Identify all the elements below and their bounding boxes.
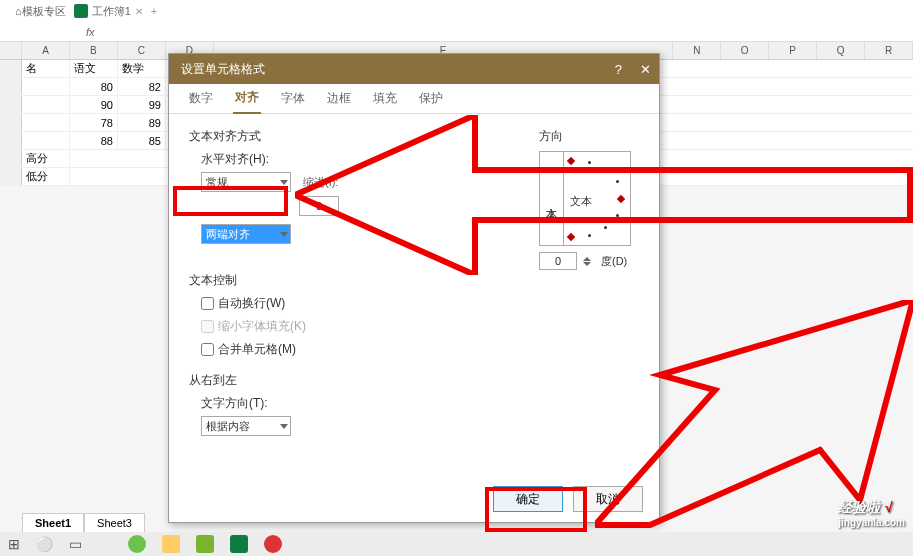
merge-checkbox[interactable] bbox=[201, 343, 214, 356]
sheet-tabs: Sheet1 Sheet3 bbox=[22, 513, 145, 532]
text-dir-label: 文字方向(T): bbox=[201, 395, 639, 412]
cancel-button[interactable]: 取消 bbox=[573, 486, 643, 512]
watermark: 经验啦 √ jingyanla.com bbox=[838, 499, 905, 528]
task-view-icon[interactable]: ▭ bbox=[69, 536, 82, 552]
check-icon: √ bbox=[884, 499, 892, 515]
orientation-vertical: 文本 bbox=[540, 152, 564, 245]
shrink-checkbox bbox=[201, 320, 214, 333]
template-tab[interactable]: ⌂ 模板专区 bbox=[15, 4, 66, 19]
formula-bar: fx bbox=[0, 22, 913, 42]
template-tab-label: 模板专区 bbox=[22, 4, 66, 19]
col-r[interactable]: R bbox=[865, 42, 913, 59]
wechat-icon[interactable] bbox=[196, 535, 214, 553]
col-b[interactable]: B bbox=[70, 42, 118, 59]
tab-border[interactable]: 边框 bbox=[325, 84, 353, 113]
tab-number[interactable]: 数字 bbox=[187, 84, 215, 113]
merge-checkbox-row: 合并单元格(M) bbox=[201, 341, 639, 358]
col-n[interactable]: N bbox=[673, 42, 721, 59]
col-c[interactable]: C bbox=[118, 42, 166, 59]
taskbar: ⊞ ⚪ ▭ bbox=[0, 532, 913, 556]
tab-protection[interactable]: 保护 bbox=[417, 84, 445, 113]
tab-fill[interactable]: 填充 bbox=[371, 84, 399, 113]
edge-icon[interactable] bbox=[128, 535, 146, 553]
indent-spinner[interactable]: 0 bbox=[299, 196, 339, 216]
degree-input[interactable]: 0 bbox=[539, 252, 577, 270]
dialog-body: 文本对齐方式 水平对齐(H): 常规 缩进(I): 垂直对齐(V): 0 两端对… bbox=[169, 114, 659, 482]
dialog-tabs: 数字 对齐 字体 边框 填充 保护 bbox=[169, 84, 659, 114]
degree-label: 度(D) bbox=[601, 254, 627, 269]
watermark-site: jingyanla.com bbox=[838, 517, 905, 528]
sheet-tab-1[interactable]: Sheet1 bbox=[22, 513, 84, 532]
merge-label: 合并单元格(M) bbox=[218, 341, 296, 358]
text-dir-combo[interactable]: 根据内容 bbox=[201, 416, 291, 436]
tab-alignment[interactable]: 对齐 bbox=[233, 83, 261, 114]
col-p[interactable]: P bbox=[769, 42, 817, 59]
header-name[interactable]: 名 bbox=[22, 60, 70, 77]
workbook-tab[interactable]: 工作簿1 ✕ bbox=[74, 4, 143, 19]
select-all[interactable] bbox=[0, 42, 22, 59]
workbook-tab-label: 工作簿1 bbox=[92, 4, 131, 19]
header-chinese[interactable]: 语文 bbox=[70, 60, 118, 77]
add-tab-icon[interactable]: + bbox=[151, 5, 157, 17]
header-math[interactable]: 数学 bbox=[118, 60, 166, 77]
v-align-combo[interactable]: 两端对齐 bbox=[201, 224, 291, 244]
col-a[interactable]: A bbox=[22, 42, 70, 59]
netease-icon[interactable] bbox=[264, 535, 282, 553]
excel-taskbar-icon[interactable] bbox=[230, 535, 248, 553]
document-tabs: ⌂ 模板专区 工作簿1 ✕ + bbox=[0, 0, 913, 22]
shrink-checkbox-row: 缩小字体填充(K) bbox=[201, 318, 639, 335]
ok-button[interactable]: 确定 bbox=[493, 486, 563, 512]
orientation-label: 方向 bbox=[539, 128, 631, 145]
h-align-combo[interactable]: 常规 bbox=[201, 172, 291, 192]
text-control-label: 文本控制 bbox=[189, 272, 639, 289]
help-icon[interactable]: ? bbox=[615, 62, 622, 77]
close-icon[interactable]: ✕ bbox=[640, 62, 651, 77]
tab-font[interactable]: 字体 bbox=[279, 84, 307, 113]
watermark-brand: 经验啦 bbox=[838, 499, 880, 515]
excel-icon bbox=[74, 4, 88, 18]
max-label[interactable]: 高分 bbox=[22, 150, 70, 167]
wrap-checkbox[interactable] bbox=[201, 297, 214, 310]
start-icon[interactable]: ⊞ bbox=[8, 536, 20, 552]
dialog-title: 设置单元格格式 bbox=[181, 61, 265, 78]
fx-label[interactable]: fx bbox=[80, 26, 101, 38]
shrink-label: 缩小字体填充(K) bbox=[218, 318, 306, 335]
rtl-section-label: 从右到左 bbox=[189, 372, 639, 389]
min-label[interactable]: 低分 bbox=[22, 168, 70, 185]
format-cells-dialog: 设置单元格格式 ? ✕ 数字 对齐 字体 边框 填充 保护 文本对齐方式 水平对… bbox=[168, 53, 660, 523]
dialog-titlebar[interactable]: 设置单元格格式 ? ✕ bbox=[169, 54, 659, 84]
orientation-group: 方向 文本 文本 0 bbox=[539, 128, 631, 270]
close-tab-icon[interactable]: ✕ bbox=[135, 6, 143, 17]
orientation-box[interactable]: 文本 文本 bbox=[539, 151, 631, 246]
dialog-footer: 确定 取消 bbox=[493, 486, 643, 512]
indent-label: 缩进(I): bbox=[303, 175, 338, 190]
row-header[interactable] bbox=[0, 60, 22, 77]
wrap-checkbox-row: 自动换行(W) bbox=[201, 295, 639, 312]
home-icon: ⌂ bbox=[15, 5, 22, 17]
explorer-icon[interactable] bbox=[162, 535, 180, 553]
wrap-label: 自动换行(W) bbox=[218, 295, 285, 312]
orientation-dial[interactable]: 文本 bbox=[564, 152, 630, 245]
col-o[interactable]: O bbox=[721, 42, 769, 59]
search-icon[interactable]: ⚪ bbox=[36, 536, 53, 552]
col-q[interactable]: Q bbox=[817, 42, 865, 59]
sheet-tab-3[interactable]: Sheet3 bbox=[84, 513, 145, 532]
